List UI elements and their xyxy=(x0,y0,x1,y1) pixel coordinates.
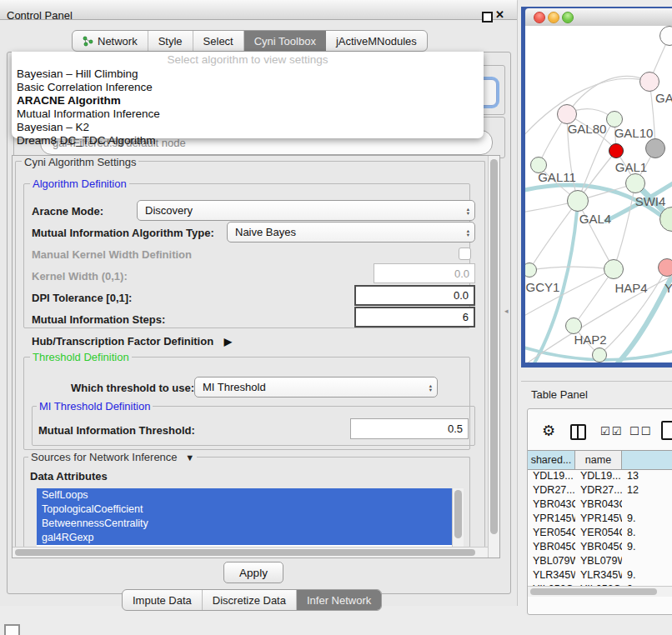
column-header-name[interactable]: name xyxy=(575,451,622,469)
algorithm-option[interactable]: Bayesian – Hill Climbing xyxy=(12,68,484,81)
kernel-width-field[interactable]: 0.0 xyxy=(374,263,475,283)
attribute-list-item[interactable]: TopologicalCoefficient xyxy=(37,502,452,517)
attribute-list-item[interactable]: gal4RGexp xyxy=(37,531,452,545)
tab-impute-data[interactable]: Impute Data xyxy=(123,590,203,610)
minimize-window-button[interactable] xyxy=(548,12,559,23)
tab-style[interactable]: Style xyxy=(148,31,193,51)
node-label: GAL4 xyxy=(579,212,611,226)
control-panel-titlebar[interactable] xyxy=(0,0,517,20)
network-node-gal[interactable] xyxy=(639,72,659,92)
node-label: GAL11 xyxy=(538,170,576,184)
tab-discretize-data[interactable]: Discretize Data xyxy=(203,590,297,610)
network-node[interactable] xyxy=(609,143,624,158)
algorithm-option[interactable]: Dream8 DC_TDC Algorithm xyxy=(12,134,484,148)
mi-steps-label: Mutual Information Steps: xyxy=(32,313,165,326)
hub-tf-definition-toggle[interactable]: Hub/Transcription Factor Definition ▶ xyxy=(32,335,232,348)
tab-infer-network[interactable]: Infer Network xyxy=(297,590,381,610)
table-cell[interactable]: YBR043C xyxy=(528,498,575,512)
table-cell[interactable]: YLR345W xyxy=(528,568,575,582)
table-row[interactable]: YBR045CYBR045C9. xyxy=(528,540,672,554)
network-node-hap4[interactable] xyxy=(604,259,624,279)
tab-network[interactable]: Network xyxy=(73,31,148,51)
settings-horizontal-scrollbar[interactable] xyxy=(13,547,488,558)
node-label: HAP2 xyxy=(574,332,606,347)
table-cell[interactable]: YBL079W xyxy=(528,554,575,568)
attribute-list-item[interactable]: BetweennessCentrality xyxy=(37,517,452,531)
aracne-mode-combobox[interactable]: Discovery ▴▾ xyxy=(137,200,475,221)
minimized-panel-icon[interactable] xyxy=(4,624,20,635)
table-cell[interactable]: YDR27... xyxy=(528,483,575,498)
network-node-gal1[interactable] xyxy=(625,173,645,193)
algorithm-option[interactable]: Bayesian – K2 xyxy=(12,121,484,134)
table-cell[interactable]: 9. xyxy=(622,568,672,582)
table-row[interactable]: YDR27...YDR27...12 xyxy=(528,483,672,498)
network-node-y[interactable] xyxy=(658,258,672,277)
node-label: GAL10 xyxy=(614,126,654,140)
table-cell[interactable]: YLR345W xyxy=(575,568,622,582)
bottom-tabbar: Impute Data Discretize Data Infer Networ… xyxy=(122,589,382,611)
which-threshold-combobox[interactable]: MI Threshold ▴▾ xyxy=(194,377,438,398)
close-panel-button[interactable]: ✕ xyxy=(495,8,504,21)
table-cell[interactable]: 8. xyxy=(622,526,672,540)
data-attributes-list[interactable]: SelfLoopsTopologicalCoefficientBetweenne… xyxy=(37,488,464,547)
table-cell[interactable] xyxy=(622,554,672,568)
table-cell[interactable]: 12 xyxy=(622,483,672,498)
column-layout-icon[interactable] xyxy=(570,424,586,440)
zoom-window-button[interactable] xyxy=(562,12,574,23)
table-cell[interactable]: YDL19... xyxy=(575,469,622,483)
network-canvas[interactable]: GALGAL80GAL10GAL1GAL11GAL4SWI4GCY1HAP4YH… xyxy=(525,26,672,362)
table-cell[interactable]: YPR145W xyxy=(575,512,622,526)
table-cell[interactable]: YDL19... xyxy=(528,469,575,483)
table-cell[interactable]: 9. xyxy=(622,540,672,554)
settings-vertical-scrollbar[interactable] xyxy=(488,156,499,558)
table-row[interactable]: YER054CYER054C8. xyxy=(528,526,672,540)
aracne-mode-label: Aracne Mode: xyxy=(32,205,103,218)
tab-select[interactable]: Select xyxy=(193,31,244,51)
table-row[interactable]: YBR043CYBR043C xyxy=(528,498,672,512)
table-cell[interactable]: 13 xyxy=(622,469,672,483)
table-row[interactable]: YBL079WYBL079W xyxy=(528,554,672,568)
splitpane-handle[interactable]: ◂ xyxy=(504,307,509,315)
table-cell[interactable]: YER054C xyxy=(528,526,575,540)
algorithm-option[interactable]: ARACNE Algorithm xyxy=(12,94,484,108)
table-row[interactable]: YLR345WYLR345W9. xyxy=(528,568,672,582)
float-window-button[interactable] xyxy=(482,12,493,22)
table-cell[interactable]: YBR045C xyxy=(575,540,622,554)
sources-group-title[interactable]: Sources for Network Inference ▼ xyxy=(28,451,197,463)
tab-cyni-toolbox[interactable]: Cyni Toolbox xyxy=(244,31,326,51)
combobox-spinner-icon: ▴▾ xyxy=(429,383,432,392)
table-settings-gear-icon[interactable]: ⚙ xyxy=(542,422,555,440)
select-all-checked-icon[interactable]: ☑☑ xyxy=(600,425,623,438)
table-cell[interactable] xyxy=(622,498,672,512)
table-cell[interactable]: YBR045C xyxy=(528,540,575,554)
mi-threshold-field[interactable]: 0.5 xyxy=(350,418,469,439)
manual-kernel-width-checkbox[interactable] xyxy=(459,248,471,260)
attribute-list-item[interactable]: SelfLoops xyxy=(37,488,452,502)
table-cell[interactable]: 9. xyxy=(622,512,672,526)
column-header-shared[interactable]: shared... xyxy=(528,451,575,469)
algorithm-option[interactable]: Basic Correlation Inference xyxy=(12,81,484,94)
dpi-tolerance-field[interactable]: 0.0 xyxy=(354,285,475,306)
network-node-gal4[interactable] xyxy=(567,190,589,212)
table-panel-title: Table Panel xyxy=(531,388,588,401)
close-window-button[interactable] xyxy=(534,12,545,23)
table-cell[interactable]: YDR27... xyxy=(575,483,622,498)
table-cell[interactable]: YPR145W xyxy=(528,512,575,526)
mi-steps-field[interactable]: 6 xyxy=(354,307,475,328)
algorithm-option[interactable]: Mutual Information Inference xyxy=(12,108,484,121)
table-row[interactable]: YDL19...YDL19...13 xyxy=(528,469,672,483)
column-header-extra[interactable] xyxy=(622,451,672,469)
attributes-list-scrollbar[interactable] xyxy=(452,488,464,547)
network-node[interactable] xyxy=(645,138,665,158)
select-none-unchecked-icon[interactable]: ☐☐ xyxy=(629,425,652,438)
table-horizontal-scrollbar[interactable] xyxy=(528,586,672,597)
network-node[interactable] xyxy=(592,348,607,362)
table-cell[interactable]: YBR043C xyxy=(575,498,622,512)
new-table-icon[interactable] xyxy=(661,421,672,440)
table-row[interactable]: YPR145WYPR145W9. xyxy=(528,512,672,526)
table-cell[interactable]: YER054C xyxy=(575,526,622,540)
tab-jactivemnodules[interactable]: jActiveMNodules xyxy=(326,31,427,51)
table-cell[interactable]: YBL079W xyxy=(575,554,622,568)
apply-button[interactable]: Apply xyxy=(223,562,283,583)
mi-algorithm-type-combobox[interactable]: Naive Bayes ▴▾ xyxy=(227,222,475,242)
